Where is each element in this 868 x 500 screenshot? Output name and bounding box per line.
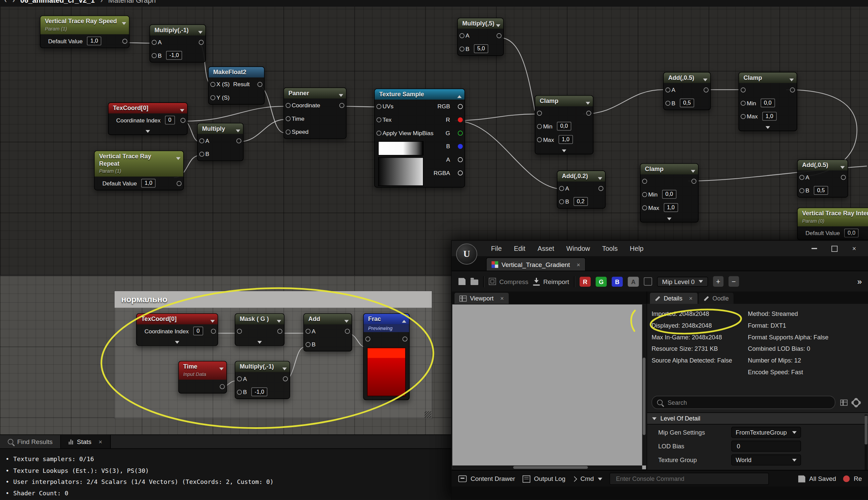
value-input[interactable]: 1,0 xyxy=(762,112,776,121)
output-pin[interactable] xyxy=(841,175,846,180)
desaturation-checkbox[interactable] xyxy=(644,277,652,286)
gear-icon[interactable] xyxy=(853,399,860,406)
input-pin[interactable] xyxy=(665,87,671,92)
texture-viewport[interactable] xyxy=(452,304,647,470)
tab-find-results[interactable]: Find Results xyxy=(0,435,61,448)
node-clamp-3[interactable]: ClampMin0,0Max1,0 xyxy=(640,163,699,223)
reimport-button[interactable]: Reimport xyxy=(533,278,569,285)
maximize-button[interactable] xyxy=(824,241,844,256)
cmd-dropdown[interactable]: Cmd xyxy=(572,476,602,482)
input-pin[interactable] xyxy=(286,116,291,121)
collapse-chevron-icon[interactable] xyxy=(339,91,343,98)
menu-window[interactable]: Window xyxy=(560,245,596,252)
input-pin[interactable] xyxy=(152,53,157,58)
output-pin[interactable] xyxy=(691,179,696,183)
output-pin[interactable] xyxy=(345,329,350,334)
output-pin[interactable] xyxy=(458,170,463,175)
collapse-chevron-icon[interactable] xyxy=(344,317,349,324)
input-pin[interactable] xyxy=(459,33,465,38)
node-header[interactable]: Texture Sample xyxy=(375,89,464,100)
output-pin[interactable] xyxy=(586,110,591,115)
collapse-chevron-icon[interactable] xyxy=(122,20,126,26)
expand-chevron-icon[interactable] xyxy=(235,338,284,345)
expand-chevron-icon[interactable] xyxy=(137,338,218,345)
green-channel-toggle[interactable]: G xyxy=(596,276,607,286)
input-pin[interactable] xyxy=(376,130,381,136)
output-pin[interactable] xyxy=(277,329,282,334)
node-mask-g[interactable]: Mask ( G ) xyxy=(235,313,285,346)
expand-chevron-icon[interactable] xyxy=(535,146,593,154)
search-input[interactable] xyxy=(666,398,830,406)
node-vertical-trace-ray-speed[interactable]: Vertical Trace Ray SpeedParam (1)Default… xyxy=(40,15,129,48)
value-input[interactable]: 0,5 xyxy=(680,99,694,107)
value-input[interactable]: 0 xyxy=(165,116,175,124)
node-time[interactable]: TimeInput Data xyxy=(178,361,227,393)
menu-file[interactable]: File xyxy=(485,245,508,252)
node-texcoord-0[interactable]: TexCoord[0]Coordinate Index0 xyxy=(108,102,188,135)
expand-chevron-icon[interactable] xyxy=(108,127,187,135)
search-box[interactable] xyxy=(652,396,835,409)
output-pin[interactable] xyxy=(220,384,225,389)
node-header[interactable]: Panner xyxy=(284,88,346,98)
node-header[interactable]: Add(,0.5) xyxy=(664,72,710,83)
input-pin[interactable] xyxy=(799,188,804,193)
output-pin[interactable] xyxy=(211,329,216,334)
display-filter-icon[interactable] xyxy=(840,399,847,406)
close-icon[interactable]: × xyxy=(576,261,580,268)
viewport-vertical-scrollbar[interactable] xyxy=(642,305,646,465)
breadcrumb-asset[interactable]: 06_animated_cr_v2_1 xyxy=(21,0,95,4)
input-pin[interactable] xyxy=(237,329,242,334)
node-makefloat2[interactable]: MakeFloat2X (S)ResultY (S) xyxy=(208,66,265,105)
node-add-05-b[interactable]: Add(,0.5)AB0,5 xyxy=(797,159,848,197)
input-pin[interactable] xyxy=(306,329,311,334)
menu-tools[interactable]: Tools xyxy=(596,245,624,252)
output-pin[interactable] xyxy=(123,38,127,44)
collapse-chevron-icon[interactable] xyxy=(219,365,224,372)
node-header[interactable]: Add xyxy=(304,314,352,324)
collapse-chevron-icon[interactable] xyxy=(457,93,461,100)
close-icon[interactable]: × xyxy=(689,295,693,302)
section-level-of-detail[interactable]: Level Of Detail xyxy=(647,412,868,424)
collapse-chevron-icon[interactable] xyxy=(236,127,240,134)
node-clamp-1[interactable]: ClampMin0,0Max1,0 xyxy=(535,95,593,155)
node-header[interactable]: Add(,0.2) xyxy=(557,171,605,181)
input-pin[interactable] xyxy=(537,124,542,129)
output-pin[interactable] xyxy=(790,87,795,92)
output-log-button[interactable]: Output Log xyxy=(522,475,566,482)
node-texcoord-0-b[interactable]: TexCoord[0]Coordinate Index0 xyxy=(136,313,218,346)
console-input[interactable] xyxy=(615,475,763,482)
node-panner[interactable]: PannerCoordinateTimeSpeed xyxy=(283,88,346,139)
node-clamp-2[interactable]: ClampMin0,0Max1,0 xyxy=(739,72,797,132)
input-pin[interactable] xyxy=(799,175,804,180)
node-header[interactable]: TexCoord[0] xyxy=(108,103,187,113)
output-pin[interactable] xyxy=(458,104,463,109)
input-pin[interactable] xyxy=(537,110,542,115)
node-header[interactable]: Vertical Trace Ray IntensParam (0) xyxy=(798,208,868,226)
close-icon[interactable]: × xyxy=(500,295,504,302)
output-pin[interactable] xyxy=(340,103,344,107)
node-header[interactable]: Multiply xyxy=(197,123,243,134)
tab-stats[interactable]: Stats × xyxy=(61,435,110,448)
red-channel-toggle[interactable]: R xyxy=(580,276,591,286)
collapse-chevron-icon[interactable] xyxy=(691,167,695,174)
value-input[interactable]: -1,0 xyxy=(166,51,182,60)
back-button[interactable]: ‹ xyxy=(4,0,7,4)
input-pin[interactable] xyxy=(365,336,370,341)
compress-button[interactable]: Compress xyxy=(489,278,528,285)
node-frac[interactable]: FracPreviewing xyxy=(363,313,410,400)
value-input[interactable]: 1,0 xyxy=(664,203,678,212)
mip-level-dropdown[interactable]: Mip Level 0 xyxy=(657,276,708,286)
node-multiply[interactable]: MultiplyAB xyxy=(197,123,244,161)
input-pin[interactable] xyxy=(559,186,564,191)
input-pin[interactable] xyxy=(642,192,647,197)
value-input[interactable]: 0,0 xyxy=(662,190,676,198)
forward-button[interactable]: › xyxy=(12,0,15,4)
input-pin[interactable] xyxy=(237,389,242,394)
node-texture-sample[interactable]: Texture SampleUVsRGBTexRApply View MipBi… xyxy=(374,89,465,188)
content-drawer-button[interactable]: Content Drawer xyxy=(458,476,515,482)
input-pin[interactable] xyxy=(152,39,157,45)
node-header[interactable]: Vertical Trace Ray SpeedParam (1) xyxy=(40,16,129,34)
close-button[interactable]: × xyxy=(844,241,864,256)
value-input[interactable]: 0,0 xyxy=(557,122,571,130)
tab-vertical-trace-gradient[interactable]: Vertical_Trace_Gradient × xyxy=(486,257,586,271)
